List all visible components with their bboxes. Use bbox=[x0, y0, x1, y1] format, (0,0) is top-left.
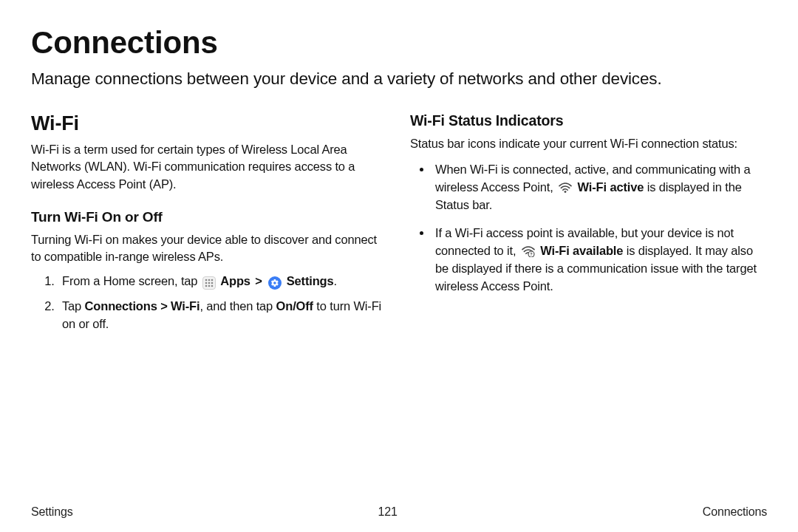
bullet-2: If a Wi-Fi access point is available, bu… bbox=[432, 225, 767, 296]
step-1: From a Home screen, tap Apps > Settings. bbox=[58, 273, 388, 290]
wifi-status-heading: Wi-Fi Status Indicators bbox=[410, 112, 767, 129]
svg-point-8 bbox=[211, 285, 214, 287]
step-1-text-a: From a Home screen, tap bbox=[62, 274, 197, 287]
svg-point-5 bbox=[211, 282, 214, 284]
breadcrumb-separator: > bbox=[253, 274, 263, 287]
step-2-bold-3: On/Off bbox=[276, 299, 313, 313]
left-column: Wi-Fi Wi-Fi is a term used for certain t… bbox=[31, 112, 388, 340]
wifi-description: Wi-Fi is a term used for certain types o… bbox=[31, 141, 388, 192]
status-bullets: When Wi-Fi is connected, active, and com… bbox=[410, 161, 767, 295]
wifi-heading: Wi-Fi bbox=[31, 112, 388, 135]
footer-right: Connections bbox=[703, 505, 767, 519]
right-column: Wi-Fi Status Indicators Status bar icons… bbox=[410, 112, 767, 340]
two-column-layout: Wi-Fi Wi-Fi is a term used for certain t… bbox=[31, 112, 767, 340]
svg-point-2 bbox=[211, 279, 214, 282]
svg-point-4 bbox=[208, 282, 211, 284]
settings-icon bbox=[268, 276, 282, 290]
wifi-available-label: Wi-Fi available bbox=[540, 244, 623, 257]
step-2-bold-1: Connections bbox=[85, 299, 157, 313]
step-2: Tap Connections > Wi-Fi, and then tap On… bbox=[58, 298, 388, 333]
wifi-status-description: Status bar icons indicate your current W… bbox=[410, 135, 767, 152]
page-footer: Settings 121 Connections bbox=[31, 505, 767, 519]
page-intro: Manage connections between your device a… bbox=[31, 68, 767, 90]
page-title: Connections bbox=[31, 25, 767, 61]
step-1-end: . bbox=[334, 274, 337, 287]
wifi-available-icon: ? bbox=[521, 245, 536, 258]
turn-wifi-description: Turning Wi-Fi on makes your device able … bbox=[31, 231, 388, 265]
steps-list: From a Home screen, tap Apps > Settings.… bbox=[31, 273, 388, 333]
svg-point-9 bbox=[565, 191, 567, 194]
svg-point-1 bbox=[208, 279, 211, 282]
wifi-active-label: Wi-Fi active bbox=[578, 180, 644, 194]
turn-wifi-heading: Turn Wi-Fi On or Off bbox=[31, 209, 388, 225]
svg-point-6 bbox=[205, 285, 208, 287]
step-2-sep-1: > bbox=[157, 299, 171, 313]
footer-left: Settings bbox=[31, 505, 73, 519]
footer-page-number: 121 bbox=[378, 505, 398, 519]
svg-point-7 bbox=[208, 285, 211, 287]
step-2-bold-2: Wi-Fi bbox=[171, 299, 200, 313]
svg-point-3 bbox=[205, 282, 208, 284]
svg-point-0 bbox=[205, 279, 208, 282]
manual-page: Connections Manage connections between y… bbox=[0, 0, 798, 532]
wifi-active-icon bbox=[558, 181, 573, 194]
bullet-1: When Wi-Fi is connected, active, and com… bbox=[432, 161, 767, 214]
step-2-text-a: Tap bbox=[62, 299, 85, 313]
settings-label: Settings bbox=[287, 274, 334, 287]
step-2-mid: , and then tap bbox=[200, 299, 276, 313]
apps-icon bbox=[202, 276, 216, 290]
apps-label: Apps bbox=[220, 274, 250, 287]
